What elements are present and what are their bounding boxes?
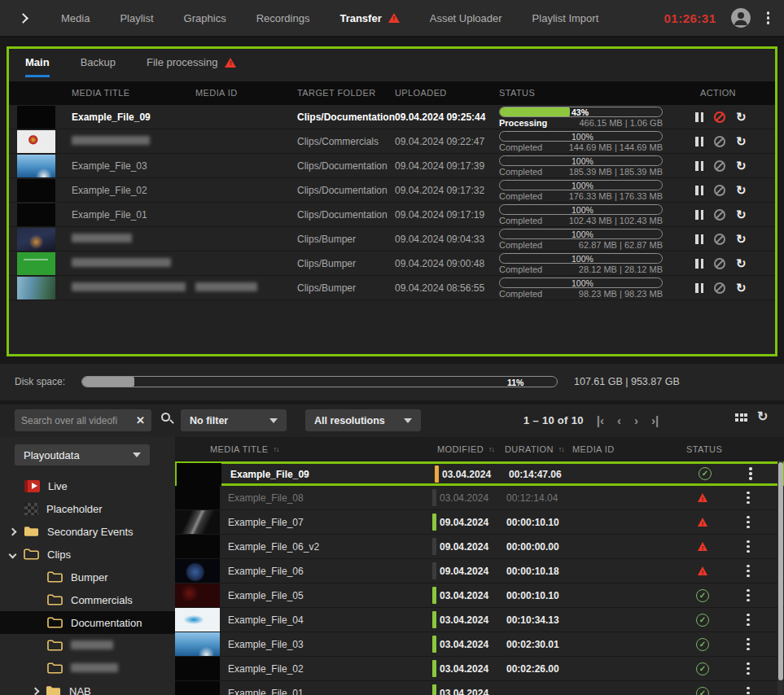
column-modified[interactable]: MODIFIED↑↓ [437, 444, 494, 454]
row-menu-icon[interactable] [745, 539, 751, 555]
pause-icon[interactable] [695, 161, 703, 171]
column-media-title[interactable]: MEDIA TITLE↑↓ [210, 444, 278, 454]
next-page-icon[interactable]: › [634, 413, 638, 427]
filter-dropdown[interactable]: No filter [181, 409, 287, 431]
row-menu-icon[interactable] [745, 661, 751, 677]
pause-icon[interactable] [695, 259, 703, 269]
retry-icon[interactable]: ↻ [736, 185, 747, 196]
tree-item-bumper[interactable]: Bumper [0, 566, 175, 588]
retry-icon[interactable]: ↻ [736, 111, 747, 123]
row-menu-icon[interactable] [745, 490, 751, 506]
media-row[interactable]: Example_File_02 03.04.2024 00:02:26.00 ✓ [175, 657, 784, 681]
pause-icon[interactable] [695, 210, 703, 220]
tab-file-processing[interactable]: File processing! [147, 56, 236, 75]
tree-item-clips[interactable]: Clips [0, 543, 175, 566]
tree-item-nab[interactable]: NAB [0, 680, 175, 695]
pause-icon[interactable] [695, 283, 703, 293]
transfer-row[interactable]: Example_File_09 Clips/Documentation 09.0… [9, 105, 775, 129]
tab-main[interactable]: Main [25, 56, 50, 77]
cancel-icon[interactable] [714, 282, 725, 294]
overflow-menu-icon[interactable] [765, 10, 772, 26]
last-page-icon[interactable]: ›| [651, 413, 659, 427]
row-menu-icon[interactable] [745, 636, 751, 653]
tree-item-live[interactable]: Live [0, 474, 175, 497]
pause-icon[interactable] [695, 112, 703, 122]
tree-item-redacted[interactable] [0, 657, 175, 680]
clear-search-icon[interactable]: ✕ [136, 414, 145, 426]
tree-item-placeholder[interactable]: Placeholder [0, 497, 175, 520]
pause-icon[interactable] [695, 234, 703, 244]
cancel-icon[interactable] [714, 111, 725, 123]
chevron-right-icon[interactable] [9, 527, 17, 535]
transfer-row[interactable]: Example_File_03 Clips/Documentation 09.0… [9, 154, 775, 178]
column-media-id[interactable]: MEDIA ID [572, 444, 615, 454]
retry-icon[interactable]: ↻ [736, 282, 747, 294]
retry-icon[interactable]: ↻ [736, 136, 747, 147]
transfer-row[interactable]: Example_File_01 Clips/Documentation 09.0… [9, 203, 775, 227]
cancel-icon[interactable] [714, 258, 725, 269]
tree-item-commercials[interactable]: Commercials [0, 588, 175, 611]
media-row[interactable]: Example_File_07 09.04.2024 00:00:10.10 ! [175, 510, 784, 535]
scrollbar-thumb[interactable] [778, 462, 783, 680]
nav-item-transfer[interactable]: Transfer! [339, 12, 399, 24]
previous-page-icon[interactable]: ‹ [617, 413, 621, 427]
pause-icon[interactable] [695, 137, 703, 146]
media-row[interactable]: Example_File_06_v2 09.04.2024 00:00:00.0… [175, 535, 784, 559]
row-menu-icon[interactable] [745, 514, 751, 531]
pause-icon[interactable] [695, 186, 703, 195]
cancel-icon[interactable] [714, 209, 725, 221]
user-avatar-icon[interactable] [730, 7, 751, 28]
tree-item-documentation[interactable]: Documentation [0, 611, 175, 634]
refresh-icon[interactable]: ↻ [757, 409, 768, 424]
cancel-icon[interactable] [714, 160, 725, 172]
transfer-row[interactable]: Clips/Bumper 09.04.2024 09:00:48 100% Co… [9, 251, 775, 276]
retry-icon[interactable]: ↻ [736, 234, 747, 245]
sort-icon[interactable]: ↑↓ [273, 445, 278, 453]
media-row[interactable]: Example_File_05 03.04.2024 00:00:10.10 ✓ [175, 584, 784, 608]
column-duration[interactable]: DURATION↑↓ [505, 444, 564, 454]
row-menu-icon[interactable] [747, 466, 754, 482]
nav-item-recordings[interactable]: Recordings [256, 12, 310, 24]
nav-item-asset-uploader[interactable]: Asset Uploader [430, 12, 502, 24]
media-row[interactable]: Example_File_03 03.04.2024 00:02:30.01 ✓ [175, 632, 784, 657]
search-input[interactable]: Search over all videofi ✕ [15, 409, 151, 431]
sort-icon[interactable]: ↑↓ [488, 445, 494, 453]
media-row[interactable]: Example_File_06 09.04.2024 00:00:10.18 ! [175, 559, 784, 584]
cancel-icon[interactable] [714, 234, 725, 245]
retry-icon[interactable]: ↻ [736, 258, 747, 269]
grid-view-icon[interactable] [735, 413, 747, 422]
media-row[interactable]: Example_File_08 03.04.2024 00:12:14.04 ! [175, 486, 784, 510]
row-menu-icon[interactable] [745, 685, 751, 695]
cancel-icon[interactable] [714, 136, 725, 147]
resolution-dropdown[interactable]: All resolutions [305, 409, 421, 431]
root-folder-dropdown[interactable]: Playoutdata [15, 444, 150, 466]
transfer-row[interactable]: Clips/Bumper 09.04.2024 09:04:33 100% Co… [9, 227, 775, 251]
row-menu-icon[interactable] [745, 563, 751, 579]
chevron-down-icon[interactable] [9, 550, 17, 558]
transfer-row[interactable]: Example_File_02 Clips/Documentation 09.0… [9, 178, 775, 203]
tree-item-secondary-events[interactable]: Secondary Events [0, 520, 175, 543]
nav-item-graphics[interactable]: Graphics [184, 12, 226, 24]
chevron-right-icon[interactable] [32, 687, 40, 695]
vertical-scrollbar[interactable] [777, 461, 783, 695]
sort-icon[interactable]: ↑↓ [558, 445, 564, 453]
expand-sidebar-icon[interactable] [18, 13, 28, 24]
search-icon[interactable] [161, 413, 170, 422]
retry-icon[interactable]: ↻ [736, 209, 747, 221]
media-row-selected[interactable]: Example_File_09 03.04.2024 00:14:47.06 ✓ [175, 461, 784, 486]
tab-backup[interactable]: Backup [81, 56, 116, 75]
row-menu-icon[interactable] [745, 588, 751, 604]
transfer-row[interactable]: Clips/Bumper 09.04.2024 08:56:55 100% Co… [9, 276, 775, 300]
transfer-row[interactable]: Clips/Commercials 09.04.2024 09:22:47 10… [9, 129, 775, 154]
row-menu-icon[interactable] [745, 612, 751, 628]
transfer-status: 100% Completed102.43 MB | 102.43 MB [499, 204, 663, 225]
nav-item-playlist[interactable]: Playlist [120, 12, 153, 24]
nav-item-playlist-import[interactable]: Playlist Import [532, 12, 599, 24]
retry-icon[interactable]: ↻ [736, 160, 747, 172]
media-row[interactable]: Example_File_01 03.04.2024 ✓ [175, 681, 784, 695]
media-row[interactable]: Example_File_04 03.04.2024 00:10:34.13 ✓ [175, 608, 784, 632]
cancel-icon[interactable] [714, 185, 725, 196]
first-page-icon[interactable]: |‹ [597, 413, 604, 427]
nav-item-media[interactable]: Media [61, 12, 90, 24]
tree-item-redacted[interactable] [0, 634, 175, 657]
